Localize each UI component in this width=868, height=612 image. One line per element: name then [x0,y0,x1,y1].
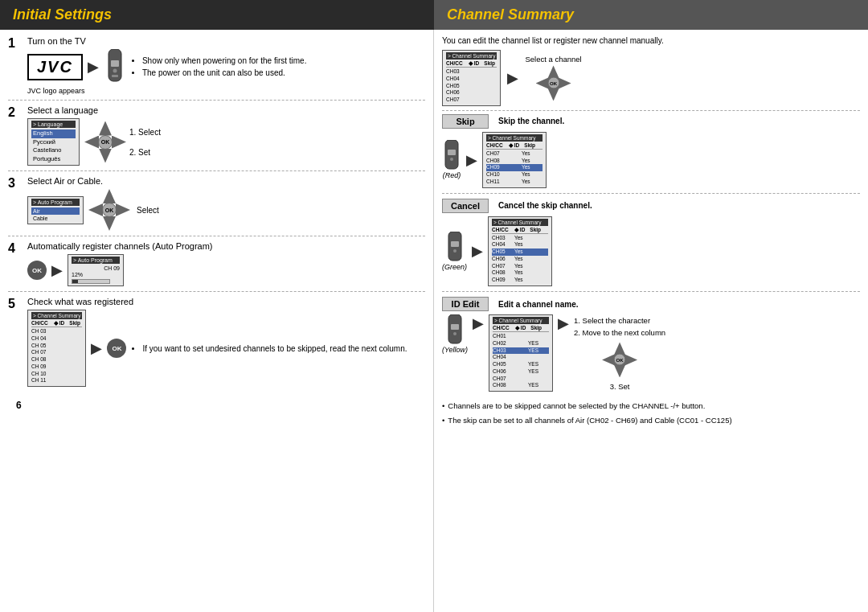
step-5-title: Check what was registered [27,297,425,306]
arrow-id-edit-2: ▶ [558,314,569,332]
step-5-bullet: If you want to set undesired channels to… [131,343,407,355]
skip-r4: CH10Yes [486,171,542,179]
id-edit-badge: ID Edit [442,297,489,311]
cs-top-r5: CH07 [446,97,497,104]
skip-description: Skip the channel. [498,117,860,125]
dpad-right-3[interactable] [116,203,130,216]
skip-badge: Skip [442,114,489,129]
cs-screen-id-edit: > Channel Summary CH/CC ◆ ID Skip CH01 C… [489,314,553,392]
progress-fill [72,280,78,283]
remote-id-edit [445,314,465,345]
cs-headers-5: CH/CC ◆ ID Skip [31,320,82,327]
step-1: 1 Turn on the TV JVC ▶ [8,36,425,101]
remote-cancel [445,232,465,262]
skip-inner: (Red) ▶ > Channel Summary CH/CC ◆ ID Ski… [442,132,860,188]
arrow-id-edit-1: ▶ [473,314,484,332]
cancel-r4: CH06Yes [492,256,548,263]
id-edit-instructions: 1. Select the character 2. Move to the n… [574,314,665,339]
dpad-center-3[interactable]: OK [102,203,117,217]
step-3-content: Select Air or Cable. > Auto Program Air … [27,176,425,231]
step-3-title: Select Air or Cable. [27,176,425,186]
lang-russian: Pyccкий [31,138,76,147]
air-option: Air [31,207,80,215]
step-2-content: Select a language > Language English Pyc… [27,105,425,166]
step-1-title: Turn on the TV [27,36,425,46]
arrow-skip: ▶ [466,151,477,169]
ap-running-title: > Auto Program [72,257,120,264]
dpad-left-3[interactable] [88,203,103,216]
skip-r1: CH07Yes [486,150,542,158]
cs-title-id-edit: > Channel Summary [493,317,549,324]
arrow-5: ▶ [91,339,102,357]
cancel-color-label: (Green) [442,263,467,271]
id-r5: CH05YES [493,361,549,368]
cs-top-r3: CH05 [446,83,497,90]
cs-screen-skip: > Channel Summary CH/CC ◆ ID Skip CH07Ye… [482,132,547,188]
cancel-r1: CH03Yes [492,235,548,242]
svg-rect-3 [112,75,118,77]
step-2-title: Select a language [27,105,425,115]
svg-point-2 [113,69,117,73]
cs-headers-cancel: CH/CC ◆ ID Skip [492,227,548,234]
dpad-id-edit: OK [602,342,637,377]
cs-screen-top: > Channel Summary CH/CC ◆ ID Skip CH03 C… [442,50,501,106]
channel-display: CH 09 [72,265,120,271]
dpad-center-tr[interactable]: OK [547,77,559,89]
select-channel-label: Select a channel [525,55,581,64]
step-5-number: 5 [8,297,23,311]
skip-r2: CH08Yes [486,158,542,165]
lang-castellano: Castellano [31,146,76,155]
right-panel-bullets: • Channels are to be skipped cannot be s… [442,400,732,426]
id-r8: CH08YES [493,382,549,389]
cs-title-cancel: > Channel Summary [492,219,548,226]
remote-skip [442,140,461,170]
headers: Initial Settings Channel Summary [0,0,868,30]
arrow-cancel: ▶ [472,242,483,260]
dpad-up-3[interactable] [103,189,116,203]
id-r3: CH03YES [493,347,549,355]
step-1-number: 1 [8,36,23,51]
dpad-up-2[interactable] [99,121,112,136]
dpad-right-2[interactable] [112,136,126,149]
step-1-bullets: Show only when powering on for the first… [131,55,307,79]
ap-title-3: > Auto Program [31,199,80,206]
step-3: 3 Select Air or Cable. > Auto Program Ai… [8,176,425,236]
step-5-content: Check what was registered > Channel Summ… [27,297,425,387]
page-number: 6 [8,396,425,414]
cs-row-ch05: CH 05 [31,343,82,350]
dpad-down-3[interactable] [103,216,116,231]
step-4-number: 4 [8,241,23,256]
progress-bar [72,279,110,284]
dpad-down-2[interactable] [99,149,112,163]
step-2-inst1: 1. Select 2. Set [129,128,161,157]
skip-section: Skip Skip the channel. (Red) ▶ [442,114,860,194]
dpad-center-2[interactable]: OK [98,135,113,150]
lang-portugues: Português [31,155,76,164]
right-panel: You can edit the channel list or registe… [434,30,868,612]
cable-option: Cable [31,215,80,222]
id-r1: CH01 [493,333,549,340]
left-header: Initial Settings [0,0,434,30]
cs-row-ch09: CH 09 [31,364,82,371]
dpad-left-2[interactable] [84,136,99,149]
skip-color-label: (Red) [443,171,461,179]
cs-row-ch03: CH 03 [31,328,82,335]
svg-point-12 [453,332,457,335]
dpad-center-ie[interactable]: OK [614,354,626,366]
step-5-inner: > Channel Summary CH/CC ◆ ID Skip CH 03 … [27,310,425,387]
cancel-r6: CH08Yes [492,269,548,277]
arrow-top: ▶ [507,69,518,87]
step-5: 5 Check what was registered > Channel Su… [8,297,425,392]
cs-screen-cancel: > Channel Summary CH/CC ◆ ID Skip CH03Ye… [488,216,552,286]
ok-button-4[interactable]: OK [27,261,47,280]
arrow-1: ▶ [88,58,99,76]
cs-headers-id-edit: CH/CC ◆ ID Skip [493,325,549,332]
ok-button-5[interactable]: OK [107,339,126,358]
cancel-r3: CH05Yes [492,248,548,256]
dpad-3: OK [88,189,130,231]
svg-rect-5 [448,150,456,155]
cancel-badge: Cancel [442,199,489,213]
cancel-inner: (Green) ▶ > Channel Summary CH/CC ◆ ID S… [442,216,860,286]
id-edit-step3: 3. Set [610,380,630,392]
id-r6: CH06YES [493,368,549,376]
